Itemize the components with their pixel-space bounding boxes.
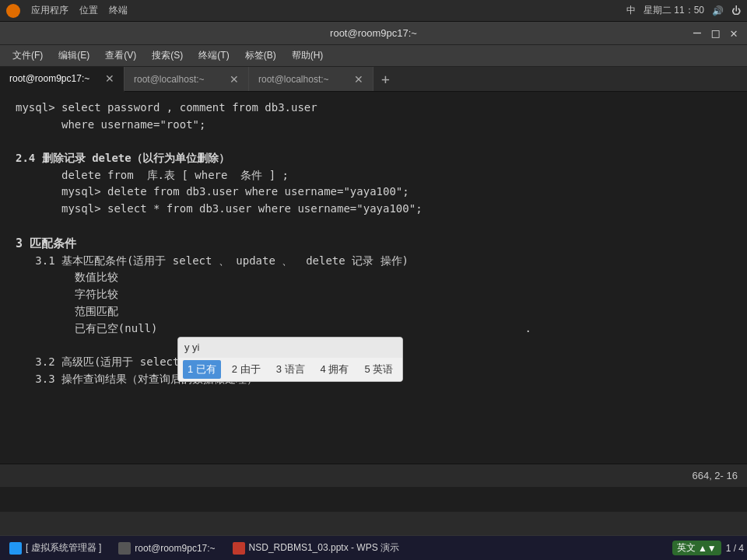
- ime-input-display: y yi: [178, 338, 402, 358]
- tab-2-label: root@localhost:~: [258, 74, 329, 85]
- lang-btn-icons: ▲▼: [698, 543, 717, 554]
- taskbar-item-wps[interactable]: NSD_RDBMS1_03.pptx - WPS 演示: [226, 539, 405, 557]
- tab-2[interactable]: root@localhost:~ ✕: [249, 67, 374, 91]
- tab-1-close[interactable]: ✕: [230, 73, 239, 86]
- taskbar-item-vm[interactable]: [ 虚拟系统管理器 ]: [3, 539, 107, 557]
- terminal-content[interactable]: mysql> select password , comment from db…: [0, 92, 747, 512]
- window-title: root@room9pc17:~: [330, 27, 417, 39]
- menu-view[interactable]: 查看(V): [99, 47, 142, 65]
- term-line-2: where username="root";: [16, 117, 731, 134]
- app-icon: [6, 4, 20, 18]
- menu-terminal[interactable]: 终端(T): [192, 47, 235, 65]
- tab-bar: root@room9pc17:~ ✕ root@localhost:~ ✕ ro…: [0, 67, 747, 92]
- maximize-button[interactable]: □: [709, 26, 723, 40]
- ime-candidate-4[interactable]: 4 拥有: [316, 360, 354, 379]
- term-line-11: 范围匹配: [16, 303, 731, 320]
- tab-1[interactable]: root@localhost:~ ✕: [124, 67, 249, 91]
- tab-1-label: root@localhost:~: [134, 74, 205, 85]
- lang-indicator: 中: [626, 4, 636, 17]
- close-button[interactable]: ✕: [727, 26, 741, 40]
- tab-2-close[interactable]: ✕: [354, 73, 363, 86]
- volume-icon: 🔊: [712, 5, 724, 16]
- tab-0-label: root@room9pc17:~: [9, 73, 89, 84]
- time-display: 星期二 11：50: [644, 4, 704, 17]
- term-line-9: 数值比较: [16, 269, 731, 286]
- taskbar-vm-label: [ 虚拟系统管理器 ]: [26, 541, 101, 555]
- lang-btn-label: 英文: [677, 541, 696, 555]
- terminal-menu[interactable]: 终端: [109, 4, 128, 17]
- ime-candidate-3[interactable]: 3 语言: [272, 360, 310, 379]
- window-controls: ─ □ ✕: [690, 26, 741, 40]
- menu-bar: 文件(F) 编辑(E) 查看(V) 搜索(S) 终端(T) 标签(B) 帮助(H…: [0, 45, 747, 67]
- taskbar-wps-icon: [233, 542, 245, 555]
- taskbar-right: 英文 ▲▼ 1 / 4: [672, 541, 744, 555]
- menu-file[interactable]: 文件(F): [6, 47, 49, 65]
- taskbar-item-term[interactable]: root@room9pc17:~: [112, 540, 221, 557]
- term-line-blank-1: [16, 133, 731, 150]
- menu-tabs[interactable]: 标签(B): [239, 47, 282, 65]
- term-line-blank-2: [16, 218, 731, 235]
- ime-candidate-5[interactable]: 5 英语: [359, 360, 398, 379]
- term-line-5: mysql> delete from db3.user where userna…: [16, 184, 731, 201]
- tab-0[interactable]: root@room9pc17:~ ✕: [0, 67, 124, 92]
- ime-popup: y yi 1 已有 2 由于 3 语言 4 拥有 5 英语: [177, 337, 403, 382]
- ime-candidate-2[interactable]: 2 由于: [227, 360, 265, 379]
- tab-add-button[interactable]: +: [374, 67, 398, 91]
- menu-search[interactable]: 搜索(S): [146, 47, 189, 65]
- taskbar-vm-icon: [9, 542, 22, 555]
- taskbar: [ 虚拟系统管理器 ] root@room9pc17:~ NSD_RDBMS1_…: [0, 535, 747, 560]
- term-line-12: 已有已空(null) .: [16, 320, 731, 338]
- system-bar-left: 应用程序 位置 终端: [6, 4, 128, 18]
- title-bar: root@room9pc17:~ ─ □ ✕: [0, 22, 747, 45]
- system-bar-right: 中 星期二 11：50 🔊 ⏻: [626, 4, 741, 17]
- term-line-8: 3.1 基本匹配条件(适用于 select 、 update 、 delete …: [16, 253, 731, 270]
- taskbar-wps-label: NSD_RDBMS1_03.pptx - WPS 演示: [249, 541, 399, 555]
- ime-candidate-1[interactable]: 1 已有: [183, 360, 221, 379]
- app-menu[interactable]: 应用程序: [31, 4, 68, 17]
- page-number: 1 / 4: [726, 543, 744, 554]
- term-line-7: 3 匹配条件: [16, 235, 731, 253]
- places-menu[interactable]: 位置: [79, 4, 98, 17]
- main-area: mysql> select password , comment from db…: [0, 92, 747, 512]
- menu-help[interactable]: 帮助(H): [286, 47, 330, 65]
- ime-candidates-row: 1 已有 2 由于 3 语言 4 拥有 5 英语: [178, 358, 402, 381]
- tab-0-close[interactable]: ✕: [105, 72, 114, 85]
- term-line-1: mysql> select password , comment from db…: [16, 100, 731, 117]
- term-line-4: delete from 库.表 [ where 条件 ] ;: [16, 167, 731, 184]
- taskbar-term-icon: [118, 542, 131, 555]
- system-bar: 应用程序 位置 终端 中 星期二 11：50 🔊 ⏻: [0, 0, 747, 22]
- language-button[interactable]: 英文 ▲▼: [672, 541, 721, 555]
- power-icon[interactable]: ⏻: [731, 5, 741, 16]
- status-bar: 664, 2- 16: [0, 464, 747, 487]
- menu-edit[interactable]: 编辑(E): [52, 47, 96, 65]
- cursor-coords: 664, 2- 16: [692, 470, 738, 481]
- minimize-button[interactable]: ─: [690, 26, 704, 40]
- term-line-6: mysql> select * from db3.user where user…: [16, 201, 731, 218]
- taskbar-term-label: root@room9pc17:~: [135, 543, 215, 554]
- term-line-3: 2.4 删除记录 delete（以行为单位删除）: [16, 150, 731, 167]
- term-line-10: 字符比较: [16, 286, 731, 303]
